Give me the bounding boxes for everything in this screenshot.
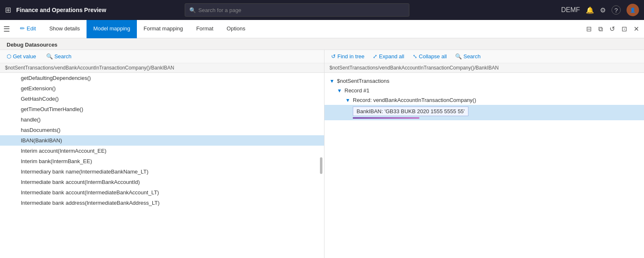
tab-show-details-label: Show details xyxy=(49,25,80,32)
left-search-icon: 🔍 xyxy=(46,53,53,60)
list-item[interactable]: hasDocuments() xyxy=(0,125,324,135)
notification-icon[interactable]: 🔔 xyxy=(586,6,594,14)
find-in-tree-icon: ↺ xyxy=(331,53,336,60)
value-underline xyxy=(353,117,419,119)
user-name: DEMF xyxy=(561,6,580,14)
panels: ⬡ Get value 🔍 Search $notSentTransaction… xyxy=(0,50,644,258)
list-item-iban[interactable]: IBAN(BankIBAN) xyxy=(0,135,324,146)
list-item[interactable]: Intermediate bank account(IntermBankAcco… xyxy=(0,177,324,187)
tab-format-mapping[interactable]: Format mapping xyxy=(137,20,190,38)
list-item[interactable]: Interim account(IntermAccount_EE) xyxy=(0,146,324,156)
tree-node-root[interactable]: ▼ $notSentTransactions xyxy=(324,76,644,86)
collapse-all-icon: ⤡ xyxy=(413,53,417,60)
node-label: Record #1 xyxy=(344,87,369,94)
tab-format-label: Format xyxy=(196,25,213,32)
scroll-indicator xyxy=(320,157,322,174)
main-content: Debug Datasources ⬡ Get value 🔍 Search $… xyxy=(0,38,644,258)
bankiban-value-box: BankIBAN: 'GB33 BUKB 2020 1555 5555 55' xyxy=(353,107,468,116)
expand-all-label: Expand all xyxy=(379,53,404,60)
tab-options-label: Options xyxy=(227,25,245,32)
left-tree-list[interactable]: getDefaultingDependencies() getExtension… xyxy=(0,73,324,258)
right-panel: ↺ Find in tree ⤢ Expand all ⤡ Collapse a… xyxy=(324,50,644,258)
expand-icon: ▼ xyxy=(337,88,343,94)
tab-pin-icon[interactable]: ⊟ xyxy=(585,23,593,35)
app-grid-icon[interactable]: ⊞ xyxy=(5,5,11,15)
global-search-bar[interactable]: 🔍 xyxy=(185,3,409,17)
left-search-label: Search xyxy=(54,53,72,60)
tab-format-mapping-label: Format mapping xyxy=(144,25,183,32)
right-search-button[interactable]: 🔍 Search xyxy=(453,52,482,60)
list-item[interactable]: handle() xyxy=(0,114,324,125)
top-bar: ⊞ Finance and Operations Preview 🔍 DEMF … xyxy=(0,0,644,20)
right-path-text: $notSentTransactions/vendBankAccountInTr… xyxy=(329,65,499,71)
list-item[interactable]: Intermediary bank name(IntermediateBankN… xyxy=(0,166,324,177)
get-value-button[interactable]: ⬡ Get value xyxy=(5,52,38,60)
right-search-label: Search xyxy=(463,53,481,60)
left-path-text: $notSentTransactions/vendBankAccountInTr… xyxy=(5,65,174,71)
help-icon[interactable]: ? xyxy=(612,5,621,15)
tab-format[interactable]: Format xyxy=(190,20,220,38)
expand-all-icon: ⤢ xyxy=(373,53,377,60)
list-item[interactable]: Interim bank(IntermBank_EE) xyxy=(0,156,324,166)
topbar-right-icons: DEMF 🔔 ⚙ ? 👤 xyxy=(561,4,639,16)
get-value-icon: ⬡ xyxy=(7,53,11,60)
list-item[interactable]: Intermediate bank address(IntermediateBa… xyxy=(0,198,324,208)
tab-edit[interactable]: ✏ Edit xyxy=(13,20,42,38)
list-item[interactable]: Intermediate bank account(IntermediateBa… xyxy=(0,187,324,198)
left-search-button[interactable]: 🔍 Search xyxy=(45,52,73,60)
right-tree[interactable]: ▼ $notSentTransactions ▼ Record #1 ▼ Rec… xyxy=(324,73,644,258)
collapse-all-button[interactable]: ⤡ Collapse all xyxy=(411,52,448,60)
list-item[interactable]: getExtension() xyxy=(0,83,324,94)
debug-header: Debug Datasources xyxy=(0,38,644,50)
user-avatar[interactable]: 👤 xyxy=(627,4,639,16)
right-toolbar: ↺ Find in tree ⤢ Expand all ⤡ Collapse a… xyxy=(324,50,644,63)
tab-popout-icon[interactable]: ⊡ xyxy=(620,23,629,35)
expand-icon: ▼ xyxy=(329,78,335,84)
list-item[interactable]: getDefaultingDependencies() xyxy=(0,73,324,83)
tab-edit-label: Edit xyxy=(27,25,36,32)
debug-header-label: Debug Datasources xyxy=(7,42,57,48)
global-search-input[interactable] xyxy=(198,7,405,13)
tab-model-mapping-label: Model mapping xyxy=(93,25,130,32)
left-toolbar: ⬡ Get value 🔍 Search xyxy=(0,50,324,63)
expand-icon: ▼ xyxy=(345,97,351,103)
list-item[interactable]: GetHashCode() xyxy=(0,94,324,104)
tree-node-bankiban[interactable]: BankIBAN: 'GB33 BUKB 2020 1555 5555 55' xyxy=(324,105,644,120)
global-search-icon: 🔍 xyxy=(189,7,196,13)
tab-refresh-icon[interactable]: ↺ xyxy=(608,23,617,35)
expand-all-button[interactable]: ⤢ Expand all xyxy=(371,52,406,60)
tab-show-details[interactable]: Show details xyxy=(42,20,87,38)
tab-bar: ☰ ✏ Edit Show details Model mapping Form… xyxy=(0,20,644,38)
tree-node-record1[interactable]: ▼ Record #1 xyxy=(324,86,644,95)
hamburger-icon[interactable]: ☰ xyxy=(3,25,10,34)
pencil-icon: ✏ xyxy=(20,25,25,32)
node-label: Record: vendBankAccountInTransactionComp… xyxy=(353,97,476,103)
settings-icon[interactable]: ⚙ xyxy=(600,6,606,14)
tab-model-mapping[interactable]: Model mapping xyxy=(87,20,137,38)
collapse-all-label: Collapse all xyxy=(419,53,447,60)
get-value-label: Get value xyxy=(13,53,36,60)
tree-node-record-vend[interactable]: ▼ Record: vendBankAccountInTransactionCo… xyxy=(324,95,644,105)
left-path-bar: $notSentTransactions/vendBankAccountInTr… xyxy=(0,63,324,73)
app-title: Finance and Operations Preview xyxy=(16,7,106,13)
list-item[interactable]: getTimeOutTimerHandle() xyxy=(0,104,324,114)
tab-right-icons: ⊟ ⧉ ↺ ⊡ ✕ xyxy=(585,23,641,35)
tab-split-icon[interactable]: ⧉ xyxy=(597,24,604,35)
right-search-icon: 🔍 xyxy=(455,53,462,60)
tab-close-icon[interactable]: ✕ xyxy=(632,23,641,35)
right-path-bar: $notSentTransactions/vendBankAccountInTr… xyxy=(324,63,644,73)
left-panel: ⬡ Get value 🔍 Search $notSentTransaction… xyxy=(0,50,324,258)
find-in-tree-button[interactable]: ↺ Find in tree xyxy=(329,52,366,60)
tab-options[interactable]: Options xyxy=(220,20,252,38)
find-in-tree-label: Find in tree xyxy=(337,53,364,60)
node-label: $notSentTransactions xyxy=(337,78,389,84)
